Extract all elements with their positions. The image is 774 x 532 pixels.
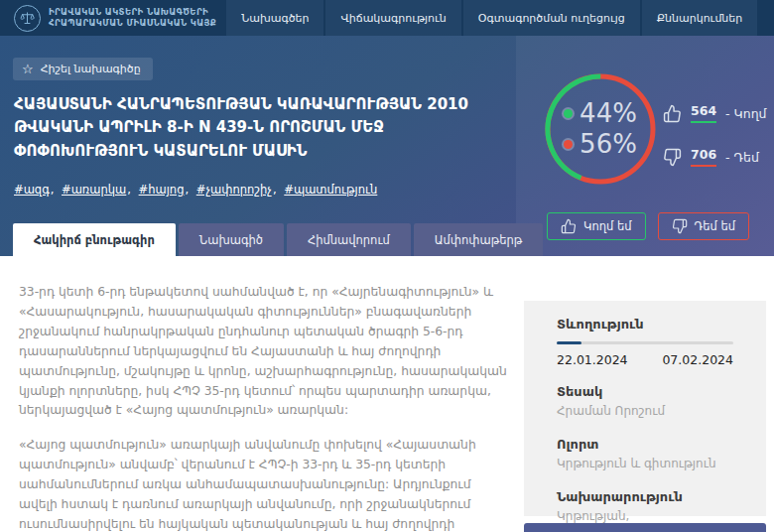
thumbs-up-icon [663,104,682,123]
main-content: 33-րդ կետի 6-րդ ենթակետով սահմանված է, ո… [0,256,774,532]
duration-progress-bar [557,341,733,344]
hashtag-link[interactable]: #ազգ [14,183,50,197]
tab-draft[interactable]: Նախագիծ [179,223,284,256]
site-name: ԻՐԱՎԱԿԱՆ ԱԿՏԵՐԻ ՆԱԽԱԳԾԵՐԻ ՀՐԱՊԱՐԱԿՄԱՆ ՄԻ… [49,7,216,30]
type-label: Տեսակ [557,384,733,399]
vote-buttons: Կողմ եմ Դեմ եմ [547,212,749,240]
green-dot-icon [564,109,573,118]
nav-item-user-guide[interactable]: Օգտագործման ուղեցույց [463,0,640,36]
tab-justification[interactable]: Հիմնավորում [287,223,411,256]
start-date: 22.01.2024 [557,352,628,367]
site-logo[interactable]: ԻՐԱՎԱԿԱՆ ԱԿՏԵՐԻ ՆԱԽԱԳԾԵՐԻ ՀՐԱՊԱՐԱԿՄԱՆ ՄԻ… [14,5,216,32]
thumbs-up-icon [561,218,577,234]
percent-against-value: 56% [580,130,637,159]
hashtag-link[interactable]: #չափորոշիչ [196,183,272,197]
type-section: Տեսակ Հրաման Որոշում [557,384,733,420]
votes-for-label: - Կողմ [725,106,766,121]
sector-label: Ոլորտ [557,437,733,452]
tab-summary-sheet[interactable]: Ամփոփաթերթ [414,223,544,256]
hashtag-list: #ազգ, #առարկա, #հայոց, #չափորոշիչ, #պատմ… [14,183,377,197]
vote-against-button-label: Դեմ եմ [695,219,735,233]
hashtag-link[interactable]: #առարկա [62,183,126,197]
summary-paragraph: «Հայոց պատմություն» առարկայի անվանումը փ… [19,436,507,532]
vote-for-button[interactable]: Կողմ եմ [547,212,646,240]
red-dot-icon [564,140,573,149]
remember-draft-button[interactable]: ☆ Հիշել նախագիծը [13,58,153,80]
draft-info-card: Տևողություն 22.01.2024 07.02.2024 Տեսակ … [524,301,766,516]
sector-section: Ոլորտ Կրթություն և գիտություն [557,437,733,472]
remember-draft-label: Հիշել նախագիծը [41,63,141,75]
language-switcher: РУС ENG Մուտք [767,11,774,25]
thumbs-down-icon [663,148,682,167]
sector-value: Կրթություն և գիտություն [557,456,733,472]
draft-hero-section: ☆ Հիշել նախագիծը ՀԱՅԱՍՏԱՆԻ ՀԱՆՐԱՊԵՏՈՒԹՅԱ… [0,36,774,256]
main-nav: Նախագծեր Վիճակագրություն Օգտագործման ուղ… [226,0,757,36]
votes-against-label: - Դեմ [725,150,759,165]
draft-title: ՀԱՅԱՍՏԱՆԻ ՀԱՆՐԱՊԵՏՈՒԹՅԱՆ ԿԱՌԱՎԱՐՈՒԹՅԱՆ 2… [14,93,515,163]
votes-for-row: 564 - Կողմ [663,103,767,123]
nav-item-discussions[interactable]: Քննարկումներ [642,0,758,36]
votes-against-row: 706 - Դեմ [663,147,767,167]
nav-item-drafts[interactable]: Նախագծեր [226,0,323,36]
hashtag-link[interactable]: #հայոց [139,183,185,197]
summary-paragraph: 33-րդ կետի 6-րդ ենթակետով սահմանված է, ո… [19,283,507,421]
vote-donut-chart: 44% 56% [545,73,656,185]
percent-for-row: 44% [564,99,637,128]
duration-dates: 22.01.2024 07.02.2024 [557,352,733,367]
duration-label: Տևողություն [557,317,733,332]
end-date: 07.02.2024 [662,352,733,367]
duration-progress-fill [557,341,581,344]
vote-counts: 564 - Կողմ 706 - Դեմ [663,103,767,167]
votes-against-count: 706 [691,147,716,167]
ministry-label: Նախարարություն [557,489,733,504]
draft-tabs: Հակիրճ բնութագիր Նախագիծ Հիմնավորում Ամփ… [13,223,543,256]
percent-against-row: 56% [564,130,637,159]
hashtag-link[interactable]: #պատմություն [284,183,377,197]
vote-against-button[interactable]: Դեմ եմ [658,212,749,240]
thumbs-down-icon [672,218,688,234]
vote-for-button-label: Կողմ եմ [583,219,632,233]
tab-summary[interactable]: Հակիրճ բնութագիր [13,223,176,256]
nav-item-statistics[interactable]: Վիճակագրություն [325,0,460,36]
votes-for-count: 564 [691,103,716,123]
percent-for-value: 44% [580,99,637,128]
draft-summary-text: 33-րդ կետի 6-րդ ենթակետով սահմանված է, ո… [19,283,507,532]
sidebar-action-button-partial[interactable] [524,523,766,532]
type-value: Հրաման Որոշում [557,403,733,420]
star-icon: ☆ [22,63,34,75]
scales-of-justice-icon [14,5,41,32]
top-header: ԻՐԱՎԱԿԱՆ ԱԿՏԵՐԻ ՆԱԽԱԳԾԵՐԻ ՀՐԱՊԱՐԱԿՄԱՆ ՄԻ… [0,0,774,36]
